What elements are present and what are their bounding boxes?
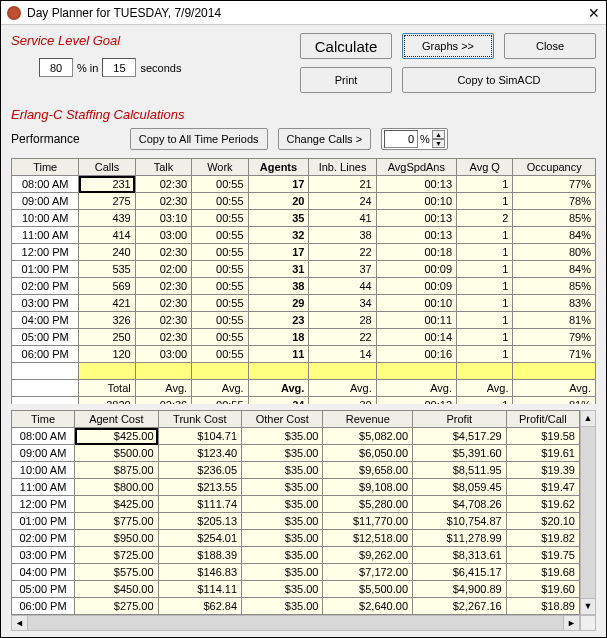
cell[interactable]: 439 [79,210,135,227]
cell[interactable]: 09:00 AM [12,445,75,462]
cell[interactable]: 30 [309,397,376,405]
cell[interactable] [135,363,191,380]
spin-down-icon[interactable]: ▼ [432,139,445,148]
cell[interactable]: Avg. [513,380,596,397]
cell[interactable]: Avg. [248,380,309,397]
cell[interactable]: 00:12 [376,397,456,405]
cell[interactable]: 120 [79,346,135,363]
cell[interactable]: 00:11 [376,312,456,329]
cell[interactable]: $8,511.95 [413,462,507,479]
cell[interactable]: Avg. [135,380,191,397]
vscrollbar[interactable]: ▲ ▼ [580,410,596,615]
cell[interactable]: 80% [513,244,596,261]
cell[interactable]: $12,518.00 [323,530,413,547]
cell[interactable]: $9,108.00 [323,479,413,496]
cell[interactable]: 02:30 [135,176,191,193]
cell[interactable]: $188.39 [158,547,241,564]
scroll-down-icon[interactable]: ▼ [581,598,595,614]
cell[interactable]: $146.83 [158,564,241,581]
copy-simacd-button[interactable]: Copy to SimACD [402,67,596,93]
pct-spin-input[interactable] [384,130,418,148]
cell[interactable]: $236.05 [158,462,241,479]
cell[interactable]: Total [79,380,135,397]
close-icon[interactable]: ✕ [570,5,600,21]
cell[interactable]: $19.39 [506,462,579,479]
cell[interactable]: 00:55 [192,346,248,363]
cell[interactable]: $450.00 [75,581,158,598]
cell[interactable]: $19.75 [506,547,579,564]
cell[interactable]: $35.00 [242,598,323,615]
cell[interactable]: 1 [457,295,513,312]
cell[interactable]: $35.00 [242,445,323,462]
cell[interactable]: $19.60 [506,581,579,598]
graphs-button[interactable]: Graphs >> [402,33,494,59]
cell[interactable]: 31 [248,261,309,278]
cell[interactable]: $35.00 [242,530,323,547]
cell[interactable]: 1 [457,193,513,210]
cell[interactable]: $4,708.26 [413,496,507,513]
cell[interactable]: 02:00 PM [12,530,75,547]
cell[interactable]: 1 [457,278,513,295]
cell[interactable]: $6,415.17 [413,564,507,581]
copy-all-button[interactable]: Copy to All Time Periods [130,128,268,150]
cell[interactable]: 81% [513,312,596,329]
cell[interactable] [192,363,248,380]
cell[interactable]: 37 [309,261,376,278]
cell[interactable]: $2,267.16 [413,598,507,615]
cell[interactable]: $35.00 [242,428,323,445]
cell[interactable]: 00:14 [376,329,456,346]
cell[interactable]: 00:55 [192,329,248,346]
cell[interactable]: 00:55 [192,193,248,210]
cell[interactable]: 22 [309,329,376,346]
cell[interactable] [248,363,309,380]
cell[interactable]: $725.00 [75,547,158,564]
cell[interactable]: $2,640.00 [323,598,413,615]
cell[interactable]: 17 [248,244,309,261]
cell[interactable]: 00:13 [376,176,456,193]
cell[interactable]: 10:00 AM [12,210,79,227]
cell[interactable]: Avg. [457,380,513,397]
cell[interactable]: $213.55 [158,479,241,496]
cell[interactable]: $20.10 [506,513,579,530]
cell[interactable]: $575.00 [75,564,158,581]
vscroll-thumb[interactable] [581,427,595,598]
cell[interactable]: 02:30 [135,295,191,312]
cell[interactable]: 02:30 [135,193,191,210]
cell[interactable]: 3820 [79,397,135,405]
cell[interactable]: $111.74 [158,496,241,513]
cell[interactable]: $123.40 [158,445,241,462]
cell[interactable]: 00:55 [192,312,248,329]
cell[interactable]: 03:10 [135,210,191,227]
cell[interactable]: 02:36 [135,397,191,405]
cell[interactable]: 18 [248,329,309,346]
cell[interactable]: $8,059.45 [413,479,507,496]
cell[interactable]: 250 [79,329,135,346]
cell[interactable]: 14 [309,346,376,363]
cell[interactable]: 29 [248,295,309,312]
cell[interactable]: 00:09 [376,278,456,295]
cell[interactable]: $19.58 [506,428,579,445]
cell[interactable]: 83% [513,295,596,312]
cell[interactable]: 00:18 [376,244,456,261]
cell[interactable]: 00:55 [192,210,248,227]
cell[interactable]: 1 [457,312,513,329]
hscrollbar[interactable]: ◄ ► [11,615,580,631]
cell[interactable]: 21 [309,176,376,193]
cell[interactable]: 535 [79,261,135,278]
cell[interactable]: 414 [79,227,135,244]
scroll-up-icon[interactable]: ▲ [581,411,595,427]
cell[interactable]: 11 [248,346,309,363]
cell[interactable]: $18.89 [506,598,579,615]
cell[interactable]: 02:30 [135,278,191,295]
cell[interactable]: 23 [248,312,309,329]
cell[interactable]: 1 [457,329,513,346]
calculate-button[interactable]: Calculate [300,33,392,59]
cell[interactable]: $9,262.00 [323,547,413,564]
cell[interactable]: $5,280.00 [323,496,413,513]
cell[interactable]: 1 [457,227,513,244]
cell[interactable]: 00:13 [376,210,456,227]
cell[interactable]: $62.84 [158,598,241,615]
cell[interactable]: 78% [513,193,596,210]
cell[interactable]: 11:00 AM [12,227,79,244]
cell[interactable]: $775.00 [75,513,158,530]
